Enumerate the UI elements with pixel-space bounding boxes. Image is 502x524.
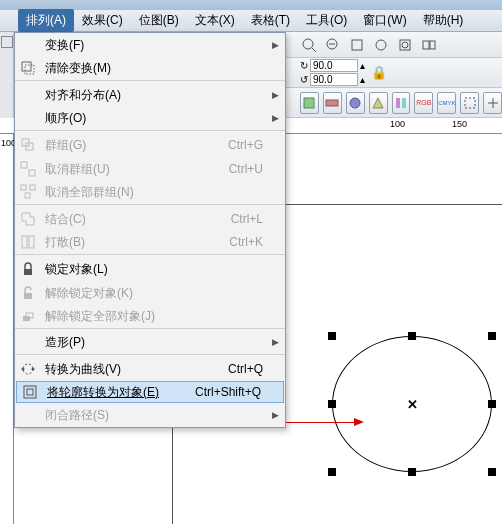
svg-rect-30 — [24, 293, 32, 299]
svg-rect-13 — [396, 98, 400, 108]
submenu-arrow-icon: ▶ — [272, 410, 279, 420]
menu-close-path: 闭合路径(S)▶ — [15, 403, 285, 427]
menu-align-distribute[interactable]: 对齐和分布(A)▶ — [15, 83, 285, 107]
rotate-ccw-icon: ↺ — [300, 74, 308, 85]
menu-effects[interactable]: 效果(C) — [74, 9, 131, 32]
menu-unlock-object: 解除锁定对象(K) — [15, 281, 285, 305]
svg-rect-37 — [27, 389, 33, 395]
selection-handle[interactable] — [408, 468, 416, 476]
lock-ratio-icon[interactable]: 🔒 — [371, 65, 387, 80]
svg-rect-9 — [430, 41, 435, 49]
svg-rect-25 — [30, 185, 35, 190]
svg-rect-26 — [25, 193, 30, 198]
svg-rect-10 — [304, 98, 314, 108]
svg-rect-18 — [22, 62, 31, 71]
svg-point-35 — [32, 368, 35, 371]
tool-btn-4[interactable] — [369, 92, 388, 114]
svg-rect-19 — [25, 65, 34, 74]
tool-crop-icon[interactable] — [1, 36, 13, 48]
menu-unlock-all: 解除锁定全部对象(J) — [15, 305, 285, 329]
curve-icon — [15, 361, 41, 377]
spinner-icon[interactable]: ▴ — [360, 74, 365, 85]
menu-table[interactable]: 表格(T) — [243, 9, 298, 32]
tool-btn-2[interactable] — [323, 92, 342, 114]
svg-point-12 — [350, 98, 360, 108]
svg-point-7 — [402, 42, 408, 48]
rotate-cw-icon: ↻ — [300, 60, 308, 71]
menu-combine: 结合(C)Ctrl+L — [15, 207, 285, 231]
submenu-arrow-icon: ▶ — [272, 337, 279, 347]
svg-rect-29 — [24, 269, 32, 275]
menubar: 排列(A) 效果(C) 位图(B) 文本(X) 表格(T) 工具(O) 窗口(W… — [0, 10, 502, 32]
tool-btn-9[interactable] — [483, 92, 502, 114]
svg-line-1 — [312, 48, 316, 52]
menu-clear-transform[interactable]: 清除变换(M) — [15, 57, 285, 81]
lock-icon — [15, 261, 41, 277]
svg-rect-24 — [21, 185, 26, 190]
cmyk-button[interactable]: CMYK — [437, 92, 456, 114]
rotation-2-input[interactable] — [310, 73, 358, 86]
menu-order[interactable]: 顺序(O)▶ — [15, 107, 285, 131]
clear-transform-icon — [15, 60, 41, 76]
svg-rect-11 — [326, 100, 338, 106]
menu-lock-object[interactable]: 锁定对象(L) — [15, 257, 285, 281]
tool-btn-5[interactable] — [392, 92, 411, 114]
svg-rect-8 — [423, 41, 429, 49]
zoom-page-icon[interactable] — [348, 36, 366, 54]
selection-handle[interactable] — [488, 400, 496, 408]
menu-tools[interactable]: 工具(O) — [298, 9, 355, 32]
selection-center-icon: ✕ — [407, 397, 418, 412]
svg-rect-28 — [29, 236, 34, 248]
outline-to-object-icon — [17, 384, 43, 400]
menu-ungroup-all: 取消全部群组(N) — [15, 181, 285, 205]
menu-arrange[interactable]: 排列(A) — [18, 9, 74, 32]
rotation-1-input[interactable] — [310, 59, 358, 72]
vertical-ruler: 100 — [0, 134, 14, 524]
unlock-icon — [15, 285, 41, 301]
menu-help[interactable]: 帮助(H) — [415, 9, 472, 32]
menu-group: 群组(G)Ctrl+G — [15, 133, 285, 157]
tool-btn-8[interactable] — [460, 92, 479, 114]
menu-text[interactable]: 文本(X) — [187, 9, 243, 32]
selection-handle[interactable] — [328, 468, 336, 476]
svg-rect-15 — [465, 98, 475, 108]
menu-shaping[interactable]: 造形(P)▶ — [15, 331, 285, 355]
svg-point-0 — [303, 39, 313, 49]
svg-rect-22 — [21, 162, 27, 168]
zoom-tool-icon[interactable] — [300, 36, 318, 54]
svg-rect-4 — [352, 40, 362, 50]
tool-btn-1[interactable] — [300, 92, 319, 114]
zoom-all-icon[interactable] — [420, 36, 438, 54]
svg-rect-14 — [402, 98, 406, 108]
menu-break-apart: 打散(B)Ctrl+K — [15, 231, 285, 255]
svg-point-5 — [376, 40, 386, 50]
zoom-out-icon[interactable] — [324, 36, 342, 54]
ungroup-all-icon — [15, 184, 41, 200]
submenu-arrow-icon: ▶ — [272, 40, 279, 50]
selection-handle[interactable] — [328, 332, 336, 340]
spinner-icon[interactable]: ▴ — [360, 60, 365, 71]
svg-rect-23 — [29, 170, 35, 176]
menu-window[interactable]: 窗口(W) — [355, 9, 414, 32]
unlock-all-icon — [15, 308, 41, 324]
svg-rect-36 — [24, 386, 36, 398]
arrange-menu-dropdown: 变换(F)▶ 清除变换(M) 对齐和分布(A)▶ 顺序(O)▶ 群组(G)Ctr… — [14, 32, 286, 428]
menu-transform[interactable]: 变换(F)▶ — [15, 33, 285, 57]
combine-icon — [15, 211, 41, 227]
selection-handle[interactable] — [488, 332, 496, 340]
submenu-arrow-icon: ▶ — [272, 90, 279, 100]
submenu-arrow-icon: ▶ — [272, 113, 279, 123]
menu-convert-outline-to-object[interactable]: 将轮廓转换为对象(E)Ctrl+Shift+Q — [16, 381, 284, 403]
rgb-button[interactable]: RGB — [414, 92, 433, 114]
selection-handle[interactable] — [328, 400, 336, 408]
menu-convert-to-curves[interactable]: 转换为曲线(V)Ctrl+Q — [15, 357, 285, 381]
tool-btn-3[interactable] — [346, 92, 365, 114]
menu-bitmap[interactable]: 位图(B) — [131, 9, 187, 32]
menu-ungroup: 取消群组(U)Ctrl+U — [15, 157, 285, 181]
selection-handle[interactable] — [488, 468, 496, 476]
zoom-fit-icon[interactable] — [372, 36, 390, 54]
group-icon — [15, 137, 41, 153]
selection-handle[interactable] — [408, 332, 416, 340]
break-icon — [15, 234, 41, 250]
zoom-sel-icon[interactable] — [396, 36, 414, 54]
